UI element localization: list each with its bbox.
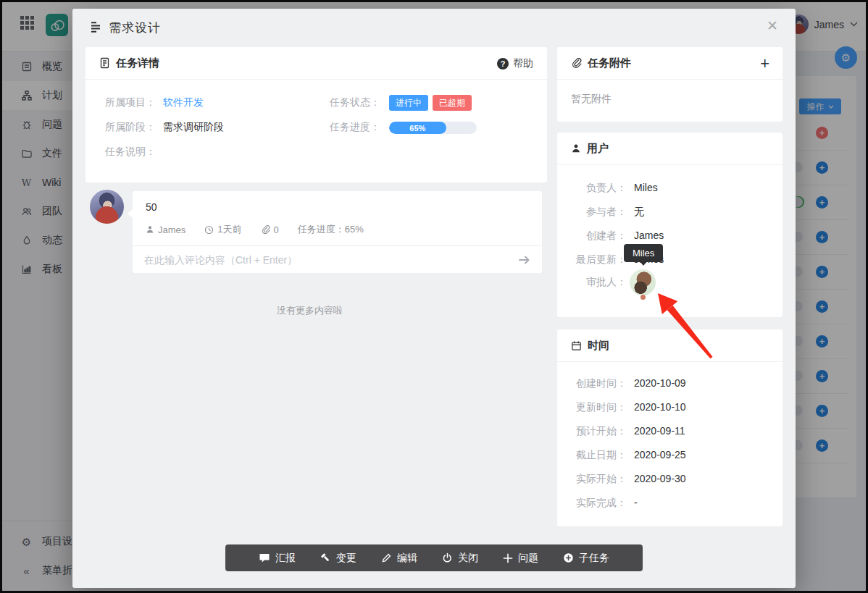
clock-icon: [204, 225, 214, 235]
task-detail-modal: 需求设计 ✕ 任务详情 ? 帮助 所属项目： 软件开发 任务状态： 进行中 已超…: [72, 9, 796, 588]
modal-header: 需求设计 ✕: [72, 9, 796, 46]
time-card: 时间 创建时间：2020-10-09 更新时间：2020-10-10 预计开始：…: [557, 329, 783, 526]
user-row: 创建者：James: [557, 230, 783, 243]
user-row: 负责人：Miles: [557, 182, 783, 195]
comment-bubble: 50 James 1天前 0 任务进度：65%: [133, 191, 542, 273]
card-title: 任务详情: [116, 56, 159, 70]
calendar-icon: [571, 340, 582, 351]
approver-tooltip: Miles: [624, 244, 663, 262]
empty-attachments-text: 暂无附件: [557, 80, 783, 119]
time-row: 实际开始：2020-09-30: [557, 473, 783, 486]
time-row: 创建时间：2020-10-09: [557, 377, 783, 390]
issue-button[interactable]: 问题: [503, 552, 538, 565]
app-window: James 概览 计划 问题 文件 W Wiki 团队: [0, 0, 868, 593]
status-badges: 进行中 已超期: [389, 95, 472, 111]
time-row: 预计开始：2020-09-11: [557, 425, 783, 438]
field-label: 任务进度：: [330, 121, 380, 134]
user-row-approver: 审批人：: [557, 276, 783, 289]
time-row: 更新时间：2020-10-10: [557, 401, 783, 414]
attachment-card: 任务附件 + 暂无附件: [557, 47, 783, 122]
status-badge-overdue: 已超期: [433, 95, 472, 111]
user-row: 参与者：无: [557, 206, 783, 219]
paperclip-icon: [571, 58, 582, 69]
comment-input-row: [133, 245, 542, 273]
document-icon: [99, 57, 110, 69]
close-task-button[interactable]: 关闭: [442, 552, 478, 565]
notification-dot: [640, 295, 646, 300]
comment-meta: James 1天前 0 任务进度：65%: [133, 213, 542, 245]
field-label: 任务状态：: [330, 96, 380, 109]
comment-progress: 任务进度：65%: [298, 223, 364, 236]
gavel-icon: [320, 552, 331, 563]
close-icon[interactable]: ✕: [767, 19, 778, 33]
no-more-text: 没有更多内容啦: [72, 304, 547, 317]
field-label: 所属项目：: [105, 96, 156, 109]
comment-author: James: [146, 224, 185, 235]
subtask-button[interactable]: 子任务: [563, 552, 609, 565]
task-progress-bar: 65%: [389, 122, 477, 134]
status-badge-in-progress: 进行中: [389, 95, 428, 111]
comment-attachments: 0: [261, 224, 279, 235]
user-card: 用户 负责人：Miles 参与者：无 创建者：James 最后更新：James …: [557, 133, 783, 317]
field-label: 任务说明：: [105, 146, 156, 159]
change-button[interactable]: 变更: [320, 552, 356, 565]
task-progress-fill: 65%: [389, 122, 446, 134]
question-icon: ?: [497, 58, 509, 70]
person-icon: [571, 143, 581, 153]
task-action-toolbar: 汇报 变更 编辑 关闭 问题 子任务: [225, 544, 643, 571]
send-icon[interactable]: [518, 255, 530, 265]
user-row: 最后更新：James: [557, 253, 783, 266]
power-icon: [442, 552, 453, 563]
project-link[interactable]: 软件开发: [163, 96, 204, 109]
comment-avatar: [90, 190, 124, 224]
approver-avatar[interactable]: [630, 269, 656, 295]
list-icon: [91, 21, 104, 35]
card-title: 用户: [587, 142, 609, 156]
person-icon: [146, 225, 154, 234]
help-button[interactable]: ? 帮助: [497, 57, 533, 70]
modal-title: 需求设计: [109, 20, 161, 36]
time-row: 实际完成：-: [557, 497, 783, 510]
card-title: 任务附件: [588, 56, 631, 70]
comment-icon: [259, 553, 270, 563]
paperclip-icon: [261, 225, 270, 235]
add-attachment-button[interactable]: +: [760, 54, 769, 73]
comment-time: 1天前: [204, 223, 241, 236]
field-label: 所属阶段：: [105, 121, 156, 134]
task-detail-card: 任务详情 ? 帮助 所属项目： 软件开发 任务状态： 进行中 已超期 所属阶段：…: [85, 47, 547, 182]
comment-input[interactable]: [144, 254, 511, 266]
edit-icon: [381, 552, 392, 563]
plus-icon: [503, 553, 513, 563]
report-button[interactable]: 汇报: [259, 552, 296, 565]
edit-button[interactable]: 编辑: [381, 552, 417, 565]
card-title: 时间: [588, 339, 609, 353]
comment-content: 50: [133, 191, 542, 213]
circle-plus-icon: [563, 552, 574, 563]
stage-value: 需求调研阶段: [163, 121, 224, 134]
time-row: 截止日期：2020-09-25: [557, 449, 783, 462]
